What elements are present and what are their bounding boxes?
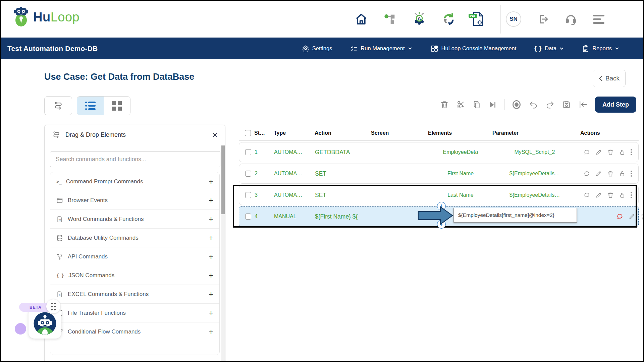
cut-step-icon[interactable]	[456, 100, 465, 109]
list-view-icon	[85, 102, 96, 110]
step-parameter: MySQL_Script_2	[493, 149, 577, 155]
category-conditional-flow[interactable]: Conditional Flow Commands +	[50, 322, 219, 341]
grid-view-button[interactable]	[104, 97, 130, 115]
nav-console-management[interactable]: HuLoop Console Management	[430, 45, 517, 53]
step-row-3[interactable]: 3 AUTOMA… SET Last Name ${EmployeeDetail…	[239, 185, 639, 205]
panel-title: Drag & Drop Elements	[65, 131, 126, 138]
pdf-report-icon[interactable]: PDF	[471, 12, 484, 26]
row-checkbox[interactable]	[245, 214, 251, 220]
category-api-commands[interactable]: API Commands +	[50, 247, 219, 266]
expand-plus-icon[interactable]: +	[209, 290, 213, 299]
row-checkbox[interactable]	[245, 149, 251, 155]
step-row-1[interactable]: 1 AUTOMA… GETDBDATA EmployeeDeta MySQL_S…	[239, 142, 639, 162]
search-input[interactable]	[50, 151, 220, 167]
select-all-checkbox[interactable]	[245, 130, 251, 136]
more-options-icon[interactable]	[631, 192, 632, 198]
chevron-down-icon	[408, 46, 412, 51]
more-options-icon[interactable]	[631, 149, 632, 155]
clipboard-icon	[582, 45, 589, 52]
expand-plus-icon[interactable]: +	[209, 327, 213, 337]
delete-row-icon[interactable]	[607, 192, 614, 198]
flow-view-button[interactable]	[44, 96, 72, 115]
row-actions	[577, 170, 638, 177]
save-icon[interactable]	[562, 100, 571, 109]
workflow-icon[interactable]	[383, 12, 397, 26]
home-icon[interactable]	[355, 12, 368, 26]
step-elements: Last Name	[428, 192, 493, 198]
pdf-badge: PDF	[469, 14, 477, 18]
expand-plus-icon[interactable]: +	[209, 233, 213, 243]
category-database-utility[interactable]: Database Utility Commands +	[50, 229, 219, 247]
expand-plus-icon[interactable]: +	[209, 271, 213, 280]
step-row-2[interactable]: 2 AUTOMA… SET First Name ${EmployeeDetai…	[239, 164, 639, 184]
edit-pencil-icon[interactable]	[629, 213, 635, 220]
add-step-button[interactable]: Add Step	[595, 97, 636, 113]
assistant-secondary-button[interactable]	[15, 323, 26, 335]
category-json-commands[interactable]: { } JSON Commands +	[50, 266, 219, 285]
category-label: EXCEL Commands & Functions	[68, 291, 149, 298]
category-browser-events[interactable]: Browser Events +	[50, 191, 219, 210]
category-word-commands[interactable]: W Word Commands & Functions +	[50, 210, 219, 229]
assistant-robot-icon	[33, 311, 57, 336]
redo-icon[interactable]	[545, 100, 555, 109]
expand-plus-icon[interactable]: +	[209, 215, 213, 224]
list-view-button[interactable]	[77, 97, 104, 115]
row-actions	[577, 213, 644, 220]
delete-step-icon[interactable]	[440, 100, 449, 109]
logout-icon[interactable]	[537, 13, 549, 25]
parameter-value-field[interactable]: ${EmployeeDetails[first_name]@index=2}	[453, 208, 577, 223]
category-command-prompt[interactable]: >_ Command Prompt Commands +	[50, 172, 219, 191]
ai-automation-icon[interactable]: A	[412, 12, 426, 26]
huloop-logo[interactable]: HuLoop	[12, 7, 79, 27]
back-button[interactable]: Back	[593, 70, 626, 87]
delete-row-icon[interactable]	[607, 170, 614, 177]
comment-alert-icon[interactable]	[616, 213, 624, 220]
expand-plus-icon[interactable]: +	[209, 308, 213, 318]
flow-path-icon	[53, 101, 63, 111]
comment-icon[interactable]	[583, 170, 590, 177]
edit-pencil-icon[interactable]	[595, 149, 602, 156]
lock-icon[interactable]	[619, 192, 626, 198]
close-icon[interactable]: ✕	[212, 132, 218, 138]
comment-icon[interactable]	[583, 192, 590, 199]
panel-scrollbar-thumb[interactable]	[221, 145, 225, 214]
copy-step-icon[interactable]	[473, 101, 481, 109]
more-options-icon[interactable]	[631, 171, 632, 177]
nav-settings[interactable]: Settings	[302, 45, 332, 52]
category-excel-commands[interactable]: x EXCEL Commands & Functions +	[50, 285, 219, 304]
expand-plus-icon[interactable]: +	[209, 196, 213, 205]
record-icon[interactable]	[512, 100, 521, 109]
nav-data[interactable]: { } Data	[534, 45, 564, 52]
expand-plus-icon[interactable]: +	[209, 252, 213, 261]
chevron-down-icon	[559, 46, 564, 51]
expand-plus-icon[interactable]: +	[209, 177, 213, 186]
step-toolbar: Add Step	[440, 97, 636, 113]
row-checkbox[interactable]	[245, 171, 251, 177]
lock-icon[interactable]	[619, 149, 626, 156]
support-headset-icon[interactable]	[565, 13, 577, 25]
run-to-step-icon[interactable]	[488, 101, 497, 109]
step-parameter: ${EmployeeDetails…	[493, 171, 577, 177]
step-type: AUTOMA…	[274, 192, 315, 198]
comment-icon[interactable]	[583, 149, 590, 156]
delete-row-icon[interactable]	[607, 149, 614, 156]
category-file-transfer[interactable]: File Transfer Functions +	[50, 304, 219, 322]
top-header: HuLoop A PDF SN	[1, 1, 643, 38]
delete-row-icon[interactable]	[640, 213, 644, 220]
lock-icon[interactable]	[619, 170, 626, 177]
user-avatar[interactable]: SN	[506, 11, 521, 27]
sync-icon[interactable]	[442, 12, 456, 26]
collapse-panel-icon[interactable]	[578, 100, 588, 109]
step-number: 1	[255, 149, 274, 155]
nav-reports[interactable]: Reports	[582, 45, 619, 52]
assistant-bot-button[interactable]	[29, 308, 61, 339]
panel-scrollbar[interactable]	[221, 145, 225, 362]
huloop-robot-logo-icon	[12, 7, 30, 27]
row-checkbox[interactable]	[245, 192, 251, 198]
undo-icon[interactable]	[529, 100, 538, 109]
assistant-drag-handle-icon[interactable]	[46, 299, 60, 313]
nav-run-management[interactable]: Run Management	[350, 45, 412, 52]
edit-pencil-icon[interactable]	[595, 170, 602, 177]
menu-hamburger-icon[interactable]	[593, 15, 604, 24]
edit-pencil-icon[interactable]	[595, 192, 602, 198]
